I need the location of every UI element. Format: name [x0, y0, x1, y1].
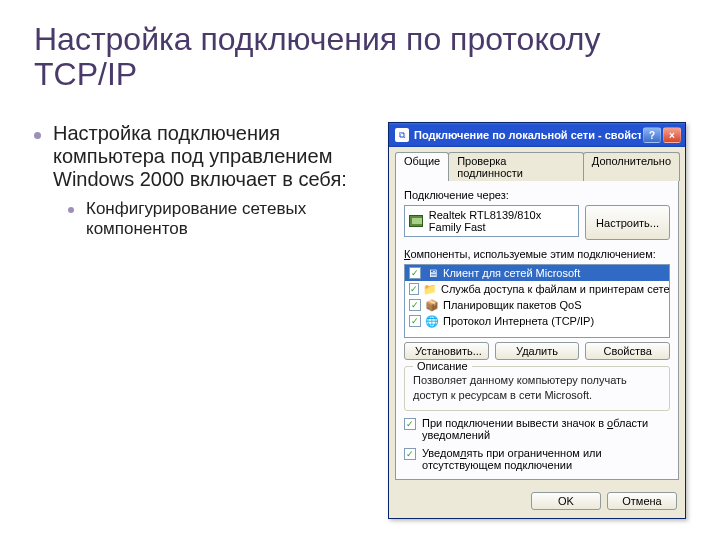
list-item[interactable]: ✓ 📦 Планировщик пакетов QoS — [405, 297, 669, 313]
window-title: Подключение по локальной сети - свойства — [414, 129, 641, 141]
remove-button[interactable]: Удалить — [495, 342, 580, 360]
bullet-main: Настройка подключения компьютера под упр… — [53, 122, 368, 191]
bullet-sub: Конфигурирование сетевых компонентов — [86, 199, 368, 239]
connect-via-label: Подключение через: — [404, 189, 670, 201]
description-group: Описание Позволяет данному компьютеру по… — [404, 366, 670, 411]
tab-general[interactable]: Общие — [395, 152, 449, 181]
list-item-label: Протокол Интернета (TCP/IP) — [443, 315, 594, 327]
page-title: Настройка подключения по протоколу TCP/I… — [34, 22, 686, 92]
checkbox-icon[interactable]: ✓ — [404, 418, 416, 430]
tcpip-icon: 🌐 — [425, 314, 439, 328]
description-group-title: Описание — [413, 360, 472, 372]
list-item-label: Планировщик пакетов QoS — [443, 299, 582, 311]
list-item[interactable]: ✓ 📁 Служба доступа к файлам и принтерам … — [405, 281, 669, 297]
checkbox-icon[interactable]: ✓ — [409, 283, 419, 295]
properties-dialog: ⧉ Подключение по локальной сети - свойст… — [388, 122, 686, 519]
list-item[interactable]: ✓ 🖥 Клиент для сетей Microsoft — [405, 265, 669, 281]
list-item-label: Служба доступа к файлам и принтерам сете… — [441, 283, 669, 295]
bullet-icon — [68, 207, 74, 213]
help-button[interactable]: ? — [643, 127, 661, 143]
checkbox-icon[interactable]: ✓ — [409, 299, 421, 311]
tab-panel-general: Подключение через: Realtek RTL8139/810x … — [395, 180, 679, 480]
bullet-icon — [34, 132, 41, 139]
checkbox-icon[interactable]: ✓ — [404, 448, 416, 460]
limited-checkbox-row[interactable]: ✓ Уведомлять при ограниченном или отсутс… — [404, 447, 670, 471]
window-titlebar[interactable]: ⧉ Подключение по локальной сети - свойст… — [389, 123, 685, 147]
adapter-box: Realtek RTL8139/810x Family Fast — [404, 205, 579, 237]
qos-icon: 📦 — [425, 298, 439, 312]
slide-text: Настройка подключения компьютера под упр… — [34, 122, 368, 519]
close-button[interactable]: × — [663, 127, 681, 143]
client-icon: 🖥 — [425, 266, 439, 280]
cancel-button[interactable]: Отмена — [607, 492, 677, 510]
list-item[interactable]: ✓ 🌐 Протокол Интернета (TCP/IP) — [405, 313, 669, 329]
checkbox-icon[interactable]: ✓ — [409, 267, 421, 279]
ok-button[interactable]: OK — [531, 492, 601, 510]
window-icon: ⧉ — [395, 128, 409, 142]
tray-checkbox-row[interactable]: ✓ При подключении вывести значок в облас… — [404, 417, 670, 441]
components-label: Компоненты, используемые этим подключени… — [404, 248, 670, 260]
adapter-name: Realtek RTL8139/810x Family Fast — [429, 209, 574, 233]
tab-auth[interactable]: Проверка подлинности — [448, 152, 584, 181]
components-listbox[interactable]: ✓ 🖥 Клиент для сетей Microsoft ✓ 📁 Служб… — [404, 264, 670, 338]
limited-checkbox-label: Уведомлять при ограниченном или отсутств… — [422, 447, 670, 471]
properties-button[interactable]: Свойства — [585, 342, 670, 360]
description-text: Позволяет данному компьютеру получать до… — [413, 373, 661, 402]
install-button[interactable]: Установить... — [404, 342, 489, 360]
tray-checkbox-label: При подключении вывести значок в области… — [422, 417, 670, 441]
configure-button[interactable]: Настроить... — [585, 205, 670, 240]
nic-icon — [409, 215, 423, 227]
service-icon: 📁 — [423, 282, 437, 296]
checkbox-icon[interactable]: ✓ — [409, 315, 421, 327]
list-item-label: Клиент для сетей Microsoft — [443, 267, 580, 279]
tab-advanced[interactable]: Дополнительно — [583, 152, 680, 181]
